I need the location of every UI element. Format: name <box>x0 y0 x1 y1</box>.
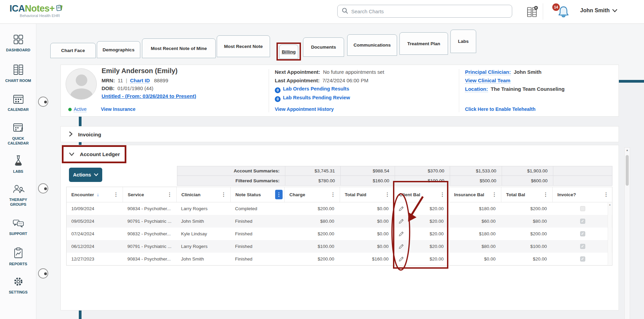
view-appointment-history-link[interactable]: View Appointment History <box>275 106 334 112</box>
column-menu-icon[interactable]: ⋮ <box>542 191 550 198</box>
tab-labs[interactable]: Labs <box>450 30 476 53</box>
patient-status[interactable]: Active <box>68 106 87 112</box>
invoice-checkbox[interactable]: ✓ <box>580 256 585 262</box>
support-chat-icon <box>12 218 24 229</box>
column-menu-icon[interactable]: ⋮ <box>490 191 498 198</box>
tab-documents[interactable]: Documents <box>303 37 344 57</box>
sidebar-item-dashboard[interactable]: DASHBOARD <box>0 34 36 52</box>
patient-avatar <box>66 68 97 100</box>
chart-room-icon <box>13 64 24 75</box>
search-input[interactable] <box>351 9 508 14</box>
sidebar-item-quick-calendar[interactable]: QUICK CALENDAR <box>0 122 36 146</box>
col-header-clinician[interactable]: Clinician⋮ <box>176 187 230 202</box>
col-header-insurance-bal[interactable]: Insurance Bal⋮ <box>449 187 501 202</box>
episode-line: Untitled - (From: 03/26/2024 to Present) <box>102 93 196 99</box>
binder-ring <box>38 97 48 107</box>
quick-chart-access-icon[interactable] <box>526 6 538 19</box>
top-header: ICANotes+ Behavioral Health EHR 14 <box>0 0 644 24</box>
chevron-down-icon <box>612 9 617 12</box>
col-header-total-bal[interactable]: Total Bal⋮ <box>501 187 552 202</box>
location-link[interactable]: Location: <box>465 86 488 92</box>
dob-value: 01/01/1980 (44) <box>118 85 154 91</box>
principal-clinician-link[interactable]: Principal Clinician: <box>465 69 511 75</box>
edit-client-balance-icon[interactable] <box>399 256 404 262</box>
col-header-encounter[interactable]: Encounter↓⋮ <box>67 187 123 202</box>
tab-billing[interactable]: Billing <box>279 45 298 59</box>
col-header-client-bal[interactable]: Client Bal⋮ <box>394 187 449 202</box>
ledger-row: 12/27/2023 90834 - Psychother... John Sm… <box>67 253 612 265</box>
column-menu-icon[interactable]: ⋮ <box>329 191 337 198</box>
patient-header-card: Emily Anderson (Emily) MRN: 11 | Chart I… <box>60 65 619 117</box>
account-ledger-section-toggle[interactable]: Account Ledger <box>61 145 619 164</box>
sidebar-item-support[interactable]: SUPPORT <box>0 218 36 236</box>
scroll-thumb[interactable] <box>626 155 629 186</box>
invoice-checkbox[interactable]: ✓ <box>580 206 585 211</box>
binder-ring <box>38 268 48 279</box>
column-menu-icon[interactable]: ⋮ <box>112 191 120 198</box>
view-clinical-team-link[interactable]: View Clinical Team <box>465 78 511 83</box>
col-header-total-paid[interactable]: Total Paid⋮ <box>340 187 394 202</box>
col-header-charge[interactable]: Charge⋮ <box>284 187 340 202</box>
quick-calendar-icon <box>13 122 24 133</box>
settings-gear-icon <box>13 276 24 287</box>
table-scrollbar[interactable]: ▲ <box>608 203 612 265</box>
scroll-up-arrow[interactable]: ▲ <box>625 149 630 152</box>
column-menu-icon[interactable]: ⋮ <box>383 191 391 198</box>
next-appointment-line: Next Appointment: No future appointments… <box>275 69 384 75</box>
ledger-row: 06/12/2024 90791 - Psychiatric ... Larry… <box>67 240 612 253</box>
user-menu[interactable]: John Smith <box>580 7 617 14</box>
actions-button[interactable]: Actions <box>69 168 102 182</box>
view-insurance-link[interactable]: View Insurance <box>101 106 136 112</box>
edit-client-balance-icon[interactable] <box>399 206 404 211</box>
tab-demographics[interactable]: Demographics <box>97 41 140 58</box>
labs-flask-icon <box>13 155 24 166</box>
edit-client-balance-icon[interactable] <box>399 231 404 236</box>
section-scrollbar[interactable]: ▲ ▼ <box>624 147 630 319</box>
column-menu-icon[interactable]: ⋮ <box>602 191 610 198</box>
invoice-checkbox[interactable]: ✓ <box>580 244 585 249</box>
chart-id-link[interactable]: Chart ID <box>130 78 150 84</box>
column-menu-icon[interactable]: ⋮ <box>220 191 228 198</box>
col-header-note-status[interactable]: Note Status⋮ <box>230 187 284 202</box>
episode-link[interactable]: Untitled - (From: 03/26/2024 to Present) <box>102 93 196 99</box>
sidebar-item-calendar[interactable]: CALENDAR <box>0 94 36 112</box>
sidebar-item-reports[interactable]: REPORTS <box>0 247 36 266</box>
invoice-checkbox[interactable]: ✓ <box>580 219 585 224</box>
edit-client-balance-icon[interactable] <box>399 244 404 249</box>
column-menu-icon[interactable]: ⋮ <box>166 191 174 198</box>
col-header-invoice[interactable]: Invoice?⋮ <box>552 187 613 202</box>
tab-communications[interactable]: Communications <box>347 34 397 56</box>
sidebar-item-settings[interactable]: SETTINGS <box>0 276 36 295</box>
tab-treatment-plan[interactable]: Treatment Plan <box>399 32 448 55</box>
lab-results-pending-link[interactable]: 0Lab Results Pending Review <box>275 95 350 102</box>
user-name: John Smith <box>580 7 610 14</box>
tab-most-recent-note-of-mine[interactable]: Most Recent Note of Mine <box>142 38 216 58</box>
column-divider <box>269 69 269 112</box>
last-appointment-line: Last Appointment: 7/24/2024 06:00 PM <box>275 78 368 83</box>
tab-most-recent-note[interactable]: Most Recent Note <box>217 35 270 57</box>
chart-search[interactable] <box>337 5 512 18</box>
tab-chart-face[interactable]: Chart Face <box>50 43 96 58</box>
edit-client-balance-icon[interactable] <box>399 219 404 224</box>
lab-results-count-badge: 0 <box>275 96 281 102</box>
notifications-bell[interactable]: 14 <box>556 5 572 20</box>
sidebar-item-therapy-groups[interactable]: THERAPY GROUPS <box>0 184 36 207</box>
invoice-checkbox[interactable]: ✓ <box>580 231 585 236</box>
invoicing-section: Invoicing <box>60 126 619 142</box>
col-header-service[interactable]: Service⋮ <box>123 187 176 202</box>
column-menu-icon[interactable]: ⋮ <box>439 191 446 198</box>
logo-tagline: Behavioral Health EHR <box>20 14 63 18</box>
logo-text-ica: ICA <box>10 3 25 14</box>
account-summaries-row: Account Summaries: $3,745.31 $988.54 $37… <box>177 166 612 176</box>
invoicing-section-toggle[interactable]: Invoicing <box>61 127 619 142</box>
column-menu-active-filter-icon[interactable]: ⋮ <box>275 190 283 199</box>
ledger-table-header: Encounter↓⋮ Service⋮ Clinician⋮ Note Sta… <box>67 187 612 202</box>
enable-telehealth-link[interactable]: Click Here to Enable Telehealth <box>465 106 535 112</box>
search-icon <box>342 7 348 15</box>
lab-orders-pending-link[interactable]: 0Lab Orders Pending Results <box>275 86 349 93</box>
dashboard-icon <box>13 34 24 45</box>
logo-document-icon <box>55 4 63 14</box>
ledger-row: 07/24/2024 90832 - Psychother... Kyle Li… <box>67 228 612 240</box>
sidebar-item-chart-room[interactable]: CHART ROOM <box>0 64 36 83</box>
sidebar-item-labs[interactable]: LABS <box>0 155 36 174</box>
